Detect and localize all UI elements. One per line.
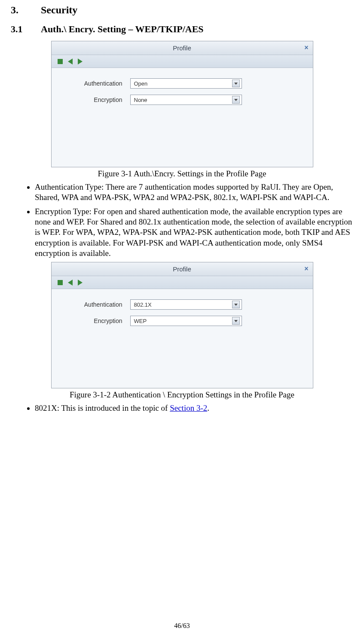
- close-icon[interactable]: ×: [304, 265, 308, 273]
- chevron-down-icon: [234, 304, 238, 306]
- forward-arrow-icon[interactable]: [78, 280, 83, 286]
- bullet-8021x-text: 8021X: This is introduced in the topic o…: [35, 403, 170, 412]
- encryption-row: Encryption None: [64, 95, 301, 105]
- bullet-8021x: 8021X: This is introduced in the topic o…: [35, 403, 353, 413]
- authentication-label: Authentication: [64, 301, 130, 308]
- authentication-row: Authentication 802.1X: [64, 299, 301, 310]
- section-heading: 3.Security: [11, 4, 353, 16]
- bullet-list-1: Authentication Type: There are 7 authent…: [11, 182, 353, 258]
- authentication-label: Authentication: [64, 80, 130, 87]
- bullet-encryption-type: Encryption Type: For open and shared aut…: [35, 206, 353, 259]
- panel-body: Authentication Open Encryption None: [52, 68, 313, 167]
- subsection-number: 3.1: [11, 24, 41, 35]
- subsection-heading: 3.1Auth.\ Encry. Setting – WEP/TKIP/AES: [11, 24, 353, 35]
- dropdown-button[interactable]: [232, 317, 240, 325]
- authentication-value: 802.1X: [134, 302, 152, 308]
- forward-arrow-icon[interactable]: [78, 58, 83, 65]
- figure-2-caption: Figure 3-1-2 Authentication \ Encryption…: [11, 390, 353, 400]
- bullet-authentication-type: Authentication Type: There are 7 authent…: [35, 182, 353, 203]
- subsection-title: Auth.\ Encry. Setting – WEP/TKIP/AES: [41, 24, 204, 34]
- panel-title: Profile: [173, 265, 191, 273]
- chevron-down-icon: [234, 83, 238, 85]
- bullet-8021x-suffix: .: [207, 403, 209, 412]
- authentication-dropdown[interactable]: 802.1X: [130, 299, 242, 310]
- profile-panel-2: Profile × Authentication 802.1X Encrypti…: [51, 262, 313, 388]
- chevron-down-icon: [234, 320, 238, 322]
- encryption-label: Encryption: [64, 96, 130, 103]
- figure-2: Profile × Authentication 802.1X Encrypti…: [11, 262, 353, 388]
- section-number: 3.: [11, 4, 41, 16]
- section-title: Security: [41, 4, 77, 15]
- stop-icon[interactable]: [58, 280, 63, 285]
- stop-icon[interactable]: [58, 59, 63, 64]
- panel-toolbar: [52, 55, 313, 68]
- figure-1: Profile × Authentication Open Encryption…: [11, 41, 353, 167]
- authentication-value: Open: [134, 80, 148, 87]
- encryption-value: WEP: [134, 318, 147, 324]
- encryption-label: Encryption: [64, 317, 130, 324]
- authentication-dropdown[interactable]: Open: [130, 78, 242, 89]
- encryption-value: None: [134, 97, 147, 103]
- back-arrow-icon[interactable]: [68, 280, 73, 286]
- dropdown-button[interactable]: [232, 301, 240, 308]
- dropdown-button[interactable]: [232, 80, 240, 87]
- panel-body: Authentication 802.1X Encryption WEP: [52, 289, 313, 388]
- panel-titlebar: Profile ×: [52, 262, 313, 276]
- encryption-row: Encryption WEP: [64, 316, 301, 326]
- figure-1-caption: Figure 3-1 Auth.\Encry. Settings in the …: [11, 169, 353, 178]
- chevron-down-icon: [234, 99, 238, 101]
- section-3-2-link[interactable]: Section 3-2: [170, 403, 207, 412]
- back-arrow-icon[interactable]: [68, 58, 73, 65]
- panel-title: Profile: [173, 44, 191, 52]
- profile-panel-1: Profile × Authentication Open Encryption…: [51, 41, 313, 167]
- page-number: 46/63: [0, 622, 364, 630]
- bullet-list-2: 8021X: This is introduced in the topic o…: [11, 403, 353, 413]
- encryption-dropdown[interactable]: WEP: [130, 316, 242, 326]
- close-icon[interactable]: ×: [304, 44, 308, 52]
- dropdown-button[interactable]: [232, 96, 240, 104]
- panel-toolbar: [52, 276, 313, 289]
- encryption-dropdown[interactable]: None: [130, 95, 242, 105]
- panel-titlebar: Profile ×: [52, 41, 313, 55]
- authentication-row: Authentication Open: [64, 78, 301, 89]
